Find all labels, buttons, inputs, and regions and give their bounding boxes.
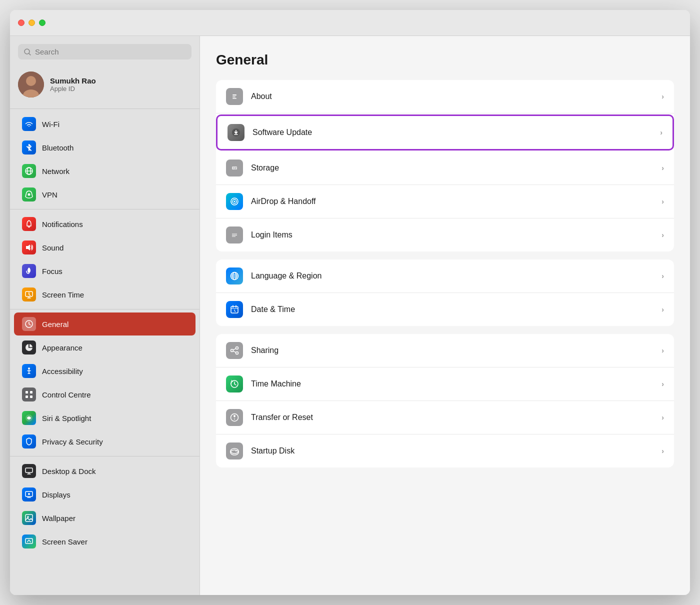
sidebar-label-privacy: Privacy & Security: [42, 438, 103, 446]
svg-rect-29: [26, 538, 32, 544]
sidebar-divider-3: [10, 309, 200, 310]
settings-item-sharing[interactable]: Sharing ›: [216, 334, 674, 368]
sidebar-item-vpn[interactable]: VPN: [14, 183, 196, 206]
language-icon: [226, 268, 243, 284]
main-content: General About ›: [200, 36, 690, 595]
sidebar-label-focus: Focus: [42, 267, 62, 276]
sidebar-label-appearance: Appearance: [42, 344, 82, 352]
svg-rect-39: [234, 168, 236, 169]
svg-rect-27: [26, 514, 32, 522]
svg-point-42: [234, 201, 236, 202]
sidebar-label-displays: Displays: [42, 490, 70, 499]
sidebar-label-vpn: VPN: [42, 190, 58, 199]
sidebar-item-desktop[interactable]: Desktop & Dock: [14, 460, 196, 482]
screentime-icon: [22, 288, 36, 302]
sidebar-item-siri[interactable]: Siri & Spotlight: [14, 406, 196, 430]
chevron-startup: ›: [662, 447, 664, 455]
general-icon: [22, 317, 36, 331]
settings-item-software-update[interactable]: Software Update ›: [216, 114, 674, 150]
search-input[interactable]: [35, 48, 186, 56]
settings-item-timemachine[interactable]: Time Machine ›: [216, 368, 674, 401]
user-name: Sumukh Rao: [50, 76, 96, 85]
sidebar-item-accessibility[interactable]: Accessibility: [14, 360, 196, 382]
sidebar-item-sound[interactable]: Sound: [14, 236, 196, 259]
settings-item-transfer[interactable]: Transfer or Reset ›: [216, 401, 674, 434]
settings-label-software-update: Software Update: [252, 128, 652, 137]
system-settings-window: Sumukh Rao Apple ID Wi-Fi: [10, 10, 690, 595]
avatar: [18, 72, 44, 98]
settings-item-storage[interactable]: Storage ›: [216, 152, 674, 185]
sidebar-item-wallpaper[interactable]: Wallpaper: [14, 506, 196, 530]
sidebar-label-desktop: Desktop & Dock: [42, 467, 96, 476]
svg-point-68: [236, 450, 236, 452]
settings-group-1: About › Software Update ›: [216, 80, 674, 252]
sidebar-item-wifi[interactable]: Wi-Fi: [14, 112, 196, 136]
sidebar-label-siri: Siri & Spotlight: [42, 414, 91, 422]
focus-icon: [22, 264, 36, 278]
svg-point-3: [26, 76, 36, 86]
close-button[interactable]: [18, 20, 24, 26]
settings-label-language: Language & Region: [251, 272, 654, 280]
settings-group-2: Language & Region › Date & Tim: [216, 260, 674, 326]
settings-item-datetime[interactable]: Date & Time ›: [216, 293, 674, 326]
svg-point-58: [231, 350, 234, 352]
chevron-airdrop: ›: [662, 198, 664, 206]
sidebar-item-appearance[interactable]: Appearance: [14, 336, 196, 359]
sidebar-label-screensaver: Screen Saver: [42, 538, 88, 546]
sidebar-label-bluetooth: Bluetooth: [42, 144, 74, 152]
sidebar-item-controlcentre[interactable]: Control Centre: [14, 383, 196, 406]
chevron-software-update: ›: [660, 128, 662, 136]
sidebar-item-general[interactable]: General: [14, 312, 196, 336]
sidebar-divider-4: [10, 456, 200, 456]
about-icon: [226, 88, 243, 105]
timemachine-icon: [226, 376, 243, 392]
sidebar-item-screensaver[interactable]: Screen Saver: [14, 530, 196, 553]
settings-item-language[interactable]: Language & Region ›: [216, 260, 674, 293]
displays-icon: [22, 488, 36, 502]
user-subtitle: Apple ID: [50, 85, 96, 92]
search-box[interactable]: [18, 44, 192, 60]
sidebar-item-network[interactable]: Network: [14, 160, 196, 182]
privacy-icon: [22, 434, 36, 448]
sidebar-item-focus[interactable]: Focus: [14, 260, 196, 282]
sharing-icon: [226, 342, 243, 359]
user-profile[interactable]: Sumukh Rao Apple ID: [10, 68, 200, 106]
minimize-button[interactable]: [28, 20, 35, 26]
svg-rect-19: [30, 396, 32, 398]
screensaver-icon: [22, 534, 36, 548]
settings-item-airdrop[interactable]: AirDrop & Handoff ›: [216, 185, 674, 218]
svg-line-1: [29, 54, 30, 55]
settings-item-about[interactable]: About ›: [216, 80, 674, 114]
settings-item-login-items[interactable]: Login Items ›: [216, 218, 674, 252]
maximize-button[interactable]: [39, 20, 46, 26]
sound-icon: [22, 240, 36, 254]
vpn-icon: [22, 188, 36, 202]
siri-icon: [22, 411, 36, 425]
svg-rect-33: [232, 98, 236, 99]
chevron-sharing: ›: [662, 346, 664, 354]
svg-line-60: [233, 351, 236, 352]
appearance-icon: [22, 340, 36, 354]
bluetooth-icon: [22, 140, 36, 154]
svg-rect-17: [30, 391, 32, 394]
settings-item-startup[interactable]: Startup Disk ›: [216, 434, 674, 468]
sidebar-item-bluetooth[interactable]: Bluetooth: [14, 136, 196, 159]
chevron-about: ›: [662, 92, 664, 100]
svg-rect-31: [232, 94, 236, 96]
sidebar-label-sound: Sound: [42, 244, 64, 252]
page-title: General: [216, 52, 674, 68]
svg-rect-21: [26, 468, 32, 472]
sidebar-item-notifications[interactable]: Notifications: [14, 212, 196, 236]
svg-rect-18: [26, 396, 28, 398]
chevron-transfer: ›: [662, 414, 664, 422]
svg-point-15: [28, 368, 30, 370]
content-area: Sumukh Rao Apple ID Wi-Fi: [10, 36, 690, 595]
sidebar-label-screentime: Screen Time: [42, 290, 84, 299]
sidebar-item-displays[interactable]: Displays: [14, 483, 196, 506]
accessibility-icon: [22, 364, 36, 378]
notifications-icon: [22, 217, 36, 231]
sidebar-item-screentime[interactable]: Screen Time: [14, 283, 196, 306]
settings-label-about: About: [251, 92, 654, 101]
sidebar-label-wifi: Wi-Fi: [42, 120, 60, 128]
sidebar-item-privacy[interactable]: Privacy & Security: [14, 430, 196, 453]
